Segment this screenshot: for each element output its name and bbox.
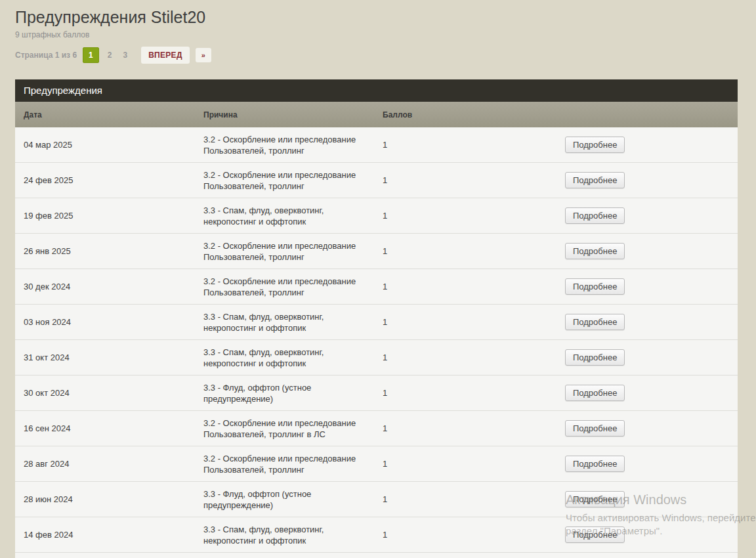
table-row: 31 окт 2024 3.3 - Спам, флуд, оверквотин…: [15, 340, 738, 376]
column-header-reason: Причина: [203, 110, 383, 119]
warning-date: 30 дек 2024: [24, 282, 203, 291]
details-button[interactable]: Подробнее: [565, 314, 625, 330]
warning-date: 14 фев 2024: [24, 530, 203, 540]
details-button[interactable]: Подробнее: [565, 207, 625, 224]
warning-points: 1: [383, 140, 565, 150]
table-header-row: Дата Причина Баллов: [15, 102, 738, 127]
warning-date: 30 окт 2024: [24, 388, 203, 398]
warning-reason: 3.3 - Флуд, оффтоп (устное предупреждени…: [203, 488, 383, 511]
warning-reason: 3.3 - Спам, флуд, оверквотинг, некропост…: [203, 205, 383, 227]
details-button[interactable]: Подробнее: [565, 420, 625, 437]
warning-date: 24 фев 2025: [24, 175, 203, 185]
warning-date: 28 авг 2024: [24, 459, 203, 469]
warning-date: 16 сен 2024: [24, 423, 203, 433]
details-button[interactable]: Подробнее: [565, 137, 625, 153]
warning-date: 03 ноя 2024: [24, 317, 203, 327]
table-row: 16 сен 2024 3.2 - Оскорбление или пресле…: [15, 411, 738, 446]
warning-reason: 3.3 - Флуд, оффтоп (устное предупреждени…: [203, 382, 383, 404]
panel-title: Предупреждения: [15, 79, 738, 102]
warning-reason: 3.2 - Оскорбление или преследование Поль…: [203, 240, 383, 263]
table-row: 24 фев 2025 3.2 - Оскорбление или пресле…: [15, 163, 738, 198]
warning-date: 04 мар 2025: [24, 140, 203, 150]
details-button[interactable]: Подробнее: [565, 526, 625, 543]
warning-reason: 3.2 - Оскорбление или преследование Поль…: [203, 134, 383, 156]
table-row: 30 дек 2024 3.2 - Оскорбление или пресле…: [15, 269, 738, 305]
pagination-label: Страница 1 из 6: [15, 51, 77, 60]
warnings-page: Предупреждения Stilet20 9 штрафных балло…: [0, 8, 756, 558]
column-header-date: Дата: [24, 110, 203, 119]
pagination-page-3[interactable]: 3: [119, 48, 131, 62]
warning-points: 1: [383, 459, 565, 469]
warning-points: 1: [383, 246, 565, 256]
warning-points: 1: [383, 211, 565, 221]
warning-reason: 3.3 - Спам, флуд, оверквотинг, некропост…: [203, 347, 383, 369]
pagination: Страница 1 из 6 1 2 3 ВПЕРЕД »: [15, 47, 738, 64]
warning-points: 1: [383, 423, 565, 433]
warning-date: 26 янв 2025: [24, 246, 203, 256]
warnings-panel: Предупреждения Дата Причина Баллов 04 ма…: [15, 79, 738, 558]
table-row: 30 окт 2024 3.3 - Флуд, оффтоп (устное п…: [15, 376, 738, 411]
penalty-points-summary: 9 штрафных баллов: [15, 30, 738, 39]
details-button[interactable]: Подробнее: [565, 491, 625, 507]
table-row: 14 фев 2024 3.3 - Спам, флуд, оверквотин…: [15, 517, 738, 553]
warning-date: 19 фев 2025: [24, 211, 203, 221]
table-row-partial: [15, 553, 738, 558]
pagination-page-2[interactable]: 2: [104, 48, 116, 62]
warning-points: 1: [383, 388, 565, 398]
details-button[interactable]: Подробнее: [565, 456, 625, 472]
details-button[interactable]: Подробнее: [565, 243, 625, 259]
table-row: 28 июн 2024 3.3 - Флуд, оффтоп (устное п…: [15, 482, 738, 517]
table-row: 28 авг 2024 3.2 - Оскорбление или пресле…: [15, 446, 738, 482]
table-row: 26 янв 2025 3.2 - Оскорбление или пресле…: [15, 234, 738, 269]
warning-date: 28 июн 2024: [24, 494, 203, 504]
warning-points: 1: [383, 317, 565, 327]
warning-reason: 3.3 - Спам, флуд, оверквотинг, некропост…: [203, 311, 383, 333]
warning-points: 1: [383, 175, 565, 185]
details-button[interactable]: Подробнее: [565, 172, 625, 188]
table-row: 19 фев 2025 3.3 - Спам, флуд, оверквотин…: [15, 198, 738, 234]
warning-date: 31 окт 2024: [24, 353, 203, 362]
details-button[interactable]: Подробнее: [565, 349, 625, 366]
warnings-list: 04 мар 2025 3.2 - Оскорбление или пресле…: [15, 127, 738, 553]
pagination-next-button[interactable]: ВПЕРЕД: [141, 47, 190, 64]
column-header-points: Баллов: [383, 110, 565, 119]
page-title: Предупреждения Stilet20: [15, 8, 738, 27]
details-button[interactable]: Подробнее: [565, 385, 625, 401]
warning-points: 1: [383, 282, 565, 291]
warning-reason: 3.2 - Оскорбление или преследование Поль…: [203, 169, 383, 192]
warning-reason: 3.2 - Оскорбление или преследование Поль…: [203, 418, 383, 440]
pagination-current-page[interactable]: 1: [83, 47, 99, 63]
details-button[interactable]: Подробнее: [565, 278, 625, 295]
warning-reason: 3.2 - Оскорбление или преследование Поль…: [203, 453, 383, 475]
warning-points: 1: [383, 494, 565, 504]
pagination-last-button[interactable]: »: [196, 48, 211, 62]
warning-points: 1: [383, 530, 565, 540]
table-row: 03 ноя 2024 3.3 - Спам, флуд, оверквотин…: [15, 305, 738, 340]
warning-reason: 3.2 - Оскорбление или преследование Поль…: [203, 276, 383, 298]
warning-reason: 3.3 - Спам, флуд, оверквотинг, некропост…: [203, 524, 383, 546]
table-row: 04 мар 2025 3.2 - Оскорбление или пресле…: [15, 127, 738, 163]
warning-points: 1: [383, 353, 565, 362]
